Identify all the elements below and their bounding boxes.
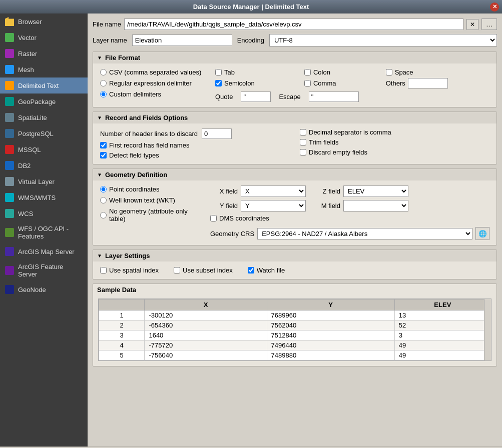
filename-clear-button[interactable]: ✕	[466, 19, 478, 30]
spatial-index-checkbox[interactable]	[100, 267, 107, 274]
crs-select[interactable]: EPSG:2964 - NAD27 / Alaska Albers	[257, 228, 472, 240]
tab-checkbox[interactable]	[215, 69, 222, 76]
geonode-icon	[5, 285, 14, 294]
regex-label: Regular expression delimiter	[109, 80, 192, 87]
sidebar-item-wfs[interactable]: WFS / OGC API - Features	[0, 222, 88, 244]
sidebar-item-raster[interactable]: Raster	[0, 46, 88, 62]
header-lines-spinbox[interactable]	[202, 128, 232, 139]
spatialite-icon	[5, 113, 14, 122]
sidebar-item-spatialite[interactable]: SpatiaLite	[0, 110, 88, 126]
sidebar-item-db2[interactable]: DB2	[0, 158, 88, 174]
trim-fields-checkbox[interactable]	[300, 139, 306, 146]
table-cell: 49	[394, 350, 490, 360]
discard-empty-checkbox[interactable]	[300, 149, 306, 156]
first-record-label: First record has field names	[109, 142, 189, 149]
decimal-sep-checkbox[interactable]	[300, 129, 306, 136]
sample-data-section: Sample Data XYELEV 1-3001207689960132-65…	[93, 284, 497, 366]
comma-label: Comma	[313, 80, 336, 87]
geometry-header[interactable]: ▼ Geometry Definition	[93, 169, 496, 180]
sidebar-item-arcgismap[interactable]: ArcGIS Map Server	[0, 244, 88, 260]
filename-browse-button[interactable]: …	[481, 18, 497, 30]
first-record-checkbox[interactable]	[100, 142, 107, 148]
wcs-icon	[5, 209, 14, 218]
layer-encoding-row: Layer name Encoding UTF-8	[93, 34, 497, 46]
sidebar-item-wcs[interactable]: WCS	[0, 206, 88, 222]
sidebar-item-mssql[interactable]: MSSQL	[0, 142, 88, 158]
sidebar-label-geopackage: GeoPackage	[18, 98, 56, 106]
point-coords-radio[interactable]	[100, 186, 107, 192]
dms-coords-checkbox[interactable]	[210, 215, 217, 222]
table-cell: -300120	[145, 310, 267, 320]
geometry-title: Geometry Definition	[105, 171, 167, 178]
sidebar-item-arcgisfeat[interactable]: ArcGIS Feature Server	[0, 260, 88, 282]
sidebar-item-virtual[interactable]: Virtual Layer	[0, 174, 88, 190]
subset-index-checkbox[interactable]	[174, 267, 180, 274]
record-fields-title: Record and Fields Options	[105, 114, 188, 122]
record-fields-header[interactable]: ▼ Record and Fields Options	[93, 112, 496, 124]
geopackage-icon	[5, 97, 14, 106]
sidebar-label-db2: DB2	[18, 162, 31, 170]
encoding-select[interactable]: UTF-8	[269, 34, 497, 46]
sample-data-body: XYELEV 1-3001207689960132-65436075620405…	[93, 296, 496, 366]
filename-input[interactable]	[124, 18, 463, 30]
quote-escape-row: Quote Escape	[215, 92, 489, 102]
header-lines-row: Number of header lines to discard	[100, 128, 290, 139]
no-geom-radio[interactable]	[100, 212, 107, 218]
sidebar-label-wms: WMS/WMTS	[18, 194, 56, 202]
sample-table-header-row: XYELEV	[99, 300, 491, 310]
sample-scrollbar[interactable]	[484, 299, 491, 360]
csv-radio[interactable]	[100, 69, 107, 76]
sidebar-label-geonode: GeoNode	[18, 286, 46, 294]
sidebar-item-wms[interactable]: WMS/WMTS	[0, 190, 88, 206]
geometry-crs-label: Geometry CRS	[210, 230, 254, 238]
watch-file-checkbox[interactable]	[248, 267, 254, 274]
wkt-radio[interactable]	[100, 197, 107, 204]
db2-icon	[5, 161, 14, 170]
custom-radio[interactable]	[100, 91, 107, 98]
sidebar-item-geopackage[interactable]: GeoPackage	[0, 94, 88, 110]
colon-checkbox[interactable]	[304, 69, 311, 76]
sidebar-item-postgresql[interactable]: PostgreSQL	[0, 126, 88, 142]
sidebar-label-mesh: Mesh	[18, 66, 34, 74]
discard-empty-label: Discard empty fields	[309, 148, 367, 156]
x-field-select[interactable]: X	[241, 186, 306, 197]
layer-settings-header[interactable]: ▼ Layer Settings	[93, 250, 496, 262]
arcgismap-icon	[5, 247, 14, 256]
sample-table: XYELEV 1-3001207689960132-65436075620405…	[99, 299, 491, 360]
record-grid: Number of header lines to discard First …	[100, 128, 489, 159]
semicolon-check-row: Semicolon	[215, 80, 296, 87]
encoding-label: Encoding	[237, 36, 264, 44]
sidebar-item-vector[interactable]: Vector	[0, 30, 88, 46]
escape-input[interactable]	[309, 92, 359, 102]
sidebar-item-delimited[interactable]: Delimited Text	[0, 78, 88, 94]
decimal-sep-row: Decimal separator is comma	[300, 128, 489, 136]
comma-checkbox[interactable]	[304, 80, 311, 86]
crs-globe-button[interactable]: 🌐	[475, 227, 489, 240]
postgresql-icon	[5, 129, 14, 138]
layer-settings-title: Layer Settings	[105, 252, 150, 260]
sidebar-item-geonode[interactable]: GeoNode	[0, 282, 88, 298]
y-field-select[interactable]: Y	[241, 200, 306, 212]
m-field-select[interactable]	[343, 200, 408, 212]
semicolon-checkbox[interactable]	[215, 80, 222, 86]
custom-label: Custom delimiters	[109, 90, 161, 98]
regex-radio[interactable]	[100, 80, 107, 86]
table-row: 3164075128403	[99, 330, 491, 340]
geo-left: Point coordinates Well known text (WKT) …	[100, 186, 200, 240]
sidebar-item-browser[interactable]: Browser	[0, 14, 88, 30]
quote-label: Quote	[215, 93, 233, 100]
layername-input[interactable]	[132, 34, 232, 46]
window-close-button[interactable]: ✕	[490, 2, 499, 12]
table-cell: 7489880	[267, 350, 394, 360]
table-row: 4-775720749644049	[99, 340, 491, 350]
browser-icon	[5, 17, 14, 26]
record-left: Number of header lines to discard First …	[100, 128, 290, 159]
file-format-header[interactable]: ▼ File Format	[93, 52, 496, 64]
quote-input[interactable]	[241, 92, 271, 102]
space-checkbox[interactable]	[386, 69, 392, 76]
z-field-select[interactable]: ELEV	[343, 186, 408, 197]
sidebar-item-mesh[interactable]: Mesh	[0, 62, 88, 78]
sample-data-title: Sample Data	[97, 286, 136, 294]
detect-types-checkbox[interactable]	[100, 152, 107, 158]
others-input[interactable]	[408, 78, 448, 88]
